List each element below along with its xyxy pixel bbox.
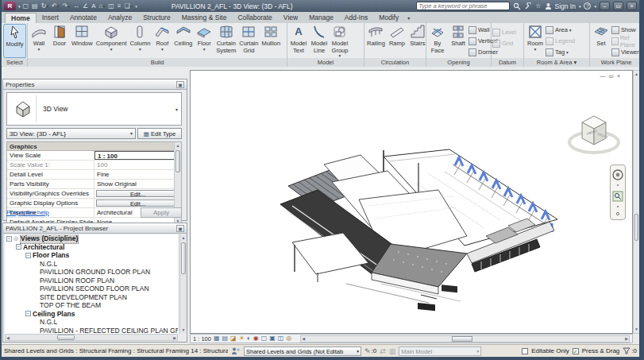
- grid-button[interactable]: Grid: [492, 38, 516, 48]
- floor-dropdown-icon[interactable]: ▾: [203, 48, 206, 51]
- tree-node-architectural[interactable]: −Architectural: [5, 243, 178, 252]
- property-row[interactable]: Parts VisibilityShow Original: [7, 180, 181, 189]
- property-row[interactable]: Visibility/Graphics OverridesEdit...: [7, 189, 181, 199]
- tab-massing-site[interactable]: Massing & Site: [176, 13, 233, 23]
- stairs-button[interactable]: Stairs: [407, 24, 428, 58]
- design-options-icon[interactable]: ⇄: [380, 347, 386, 355]
- property-row[interactable]: Scale Value 1:100: [7, 161, 181, 170]
- crop-view-icon[interactable]: ▢: [261, 335, 268, 343]
- ceiling-button[interactable]: Ceiling: [172, 24, 194, 58]
- ribbon-state-icon[interactable]: ▾: [407, 15, 410, 21]
- ramp-button[interactable]: Ramp: [387, 24, 407, 58]
- canvas-hscrollbar[interactable]: ▶ ◀: [300, 335, 630, 343]
- floor-button[interactable]: Floor▾: [194, 24, 214, 58]
- save-icon[interactable]: ▤: [32, 2, 38, 10]
- ref-plane-button[interactable]: Ref Plane: [611, 36, 642, 46]
- collapse-icon[interactable]: −: [6, 236, 12, 242]
- tab-home[interactable]: Home: [5, 13, 37, 23]
- open-icon[interactable]: ▢: [23, 2, 29, 10]
- tab-view[interactable]: View: [278, 13, 303, 23]
- canvas-vscrollbar[interactable]: ▲ ▼: [633, 70, 640, 334]
- set-button[interactable]: Set: [591, 24, 611, 58]
- minimize-button[interactable]: –: [600, 2, 610, 10]
- tab-structure[interactable]: Structure: [137, 13, 176, 23]
- revit-app-menu[interactable]: R: [4, 2, 16, 10]
- tree-leaf-view[interactable]: N.G.L: [5, 318, 178, 327]
- room-dropdown-icon[interactable]: ▾: [534, 48, 537, 51]
- tree-leaf-view[interactable]: PAVILLION ROOF PLAN: [5, 277, 178, 285]
- redo-icon[interactable]: ↷▾: [63, 2, 70, 10]
- signin-arrow-icon[interactable]: ▾: [579, 4, 581, 9]
- search-icon[interactable]: [513, 2, 521, 10]
- shadows-icon[interactable]: ◐: [247, 335, 251, 343]
- browser-vscrollbar[interactable]: ▲ ▼: [179, 234, 187, 334]
- sign-in-label[interactable]: Sign In: [555, 2, 576, 10]
- scroll-up-icon[interactable]: ▲: [634, 71, 639, 78]
- editable-only-checkbox[interactable]: [522, 348, 528, 354]
- component-dropdown-icon[interactable]: ▾: [110, 48, 113, 51]
- graphic-display-edit-button[interactable]: Edit...: [96, 199, 179, 207]
- tab-manage[interactable]: Manage: [303, 13, 339, 23]
- scale-icon[interactable]: ▦: [214, 335, 220, 343]
- room-button[interactable]: Room▾: [525, 24, 546, 58]
- curtain-system-button[interactable]: Curtain System: [214, 24, 237, 58]
- column-dropdown-icon[interactable]: ▾: [139, 48, 141, 51]
- restore-button[interactable]: ▭: [613, 2, 623, 10]
- help-icon[interactable]: ?: [584, 2, 591, 10]
- drawing-area[interactable]: — ▭ × FRONT FRONT: [190, 70, 633, 334]
- model-text-button[interactable]: A Model Text: [288, 24, 309, 58]
- model-group-button[interactable]: Model Group▾: [330, 24, 350, 58]
- qat-customize-icon[interactable]: ▾: [135, 4, 137, 9]
- close-button[interactable]: ×: [627, 2, 637, 10]
- tab-insert[interactable]: Insert: [37, 13, 64, 23]
- view-scale-button[interactable]: 1 : 100: [193, 335, 211, 343]
- vg-overrides-edit-button[interactable]: Edit...: [96, 190, 179, 197]
- rendering-icon[interactable]: ◉: [253, 335, 259, 343]
- design-option-dropdown[interactable]: Main Model▾: [399, 346, 481, 356]
- type-selector[interactable]: 3D View ▾: [6, 92, 182, 126]
- tab-collaborate[interactable]: Collaborate: [232, 13, 277, 23]
- area-dropdown-icon[interactable]: ▾: [569, 29, 572, 32]
- door-button[interactable]: Door: [49, 24, 70, 58]
- column-button[interactable]: Column▾: [128, 24, 152, 58]
- window-button[interactable]: Window: [70, 24, 94, 58]
- press-drag-label[interactable]: Press & Drag: [582, 347, 620, 354]
- communication-center-icon[interactable]: ☆: [535, 2, 541, 10]
- area-button[interactable]: Area▾: [546, 25, 575, 35]
- thin-lines-icon[interactable]: ≡: [118, 2, 121, 10]
- properties-title-bar[interactable]: Properties ▣: [3, 79, 187, 90]
- help-arrow-icon[interactable]: ▾: [594, 4, 596, 9]
- editable-only-label[interactable]: Editable Only: [531, 347, 569, 354]
- tree-node-floor-plans[interactable]: −Floor Plans: [5, 251, 178, 260]
- viewer-button[interactable]: Viewer: [611, 47, 642, 57]
- press-drag-checkbox[interactable]: ✓: [573, 348, 579, 354]
- properties-help-link[interactable]: Properties help: [6, 209, 49, 216]
- undo-icon[interactable]: ↶▾: [52, 2, 59, 10]
- tab-analyze[interactable]: Analyze: [102, 13, 137, 23]
- section-icon[interactable]: ◫: [108, 2, 114, 10]
- tree-leaf-view[interactable]: N.G.L: [5, 260, 178, 269]
- project-browser-close-icon[interactable]: ▣: [176, 225, 184, 232]
- visual-style-icon[interactable]: ◪: [230, 335, 237, 343]
- tree-leaf-view[interactable]: PAVILLION SECOND FLOOR PLAN: [5, 285, 178, 293]
- switch-windows-icon[interactable]: ❏▾: [124, 2, 132, 10]
- subscription-icon[interactable]: [524, 2, 532, 10]
- tab-modify[interactable]: Modify: [373, 13, 404, 23]
- search-input[interactable]: [416, 2, 510, 10]
- viewcube[interactable]: FRONT FRONT: [565, 107, 623, 160]
- curtain-grid-button[interactable]: Curtain Grid: [237, 24, 260, 58]
- level-button[interactable]: Level: [492, 27, 516, 37]
- text-icon[interactable]: A: [91, 2, 95, 10]
- model-line-button[interactable]: Model Line: [309, 24, 330, 58]
- scroll-down-icon[interactable]: ▼: [180, 327, 187, 334]
- tree-node-views[interactable]: − ◎ Views (Discipline): [5, 234, 178, 243]
- measure-icon[interactable]: ∠: [83, 2, 88, 10]
- tree-leaf-view[interactable]: SITE DEVELOPMENT PLAN: [5, 293, 178, 302]
- show-crop-icon[interactable]: ▣: [269, 335, 276, 343]
- detail-level-icon[interactable]: ▤: [222, 335, 229, 343]
- active-workset-dropdown[interactable]: Shared Levels and Grids (Not Editab▾: [244, 346, 361, 356]
- tab-annotate[interactable]: Annotate: [64, 13, 102, 23]
- collapse-icon[interactable]: −: [16, 244, 21, 250]
- default-3d-view-icon[interactable]: ⌂▾: [99, 2, 106, 10]
- temporary-hide-icon[interactable]: ◫: [278, 335, 284, 343]
